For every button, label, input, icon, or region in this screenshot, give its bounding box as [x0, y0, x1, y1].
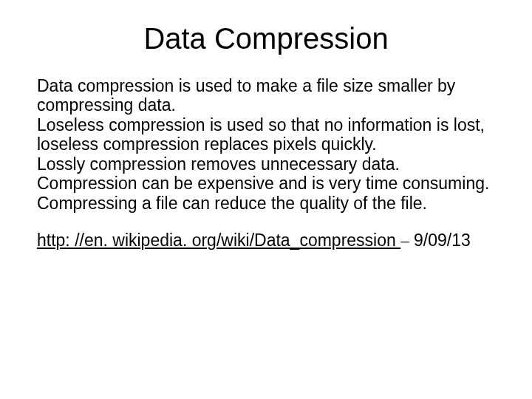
- paragraph-5: Compressing a file can reduce the qualit…: [37, 194, 495, 213]
- paragraph-3: Lossly compression removes unnecessary d…: [37, 154, 495, 174]
- dash: –: [400, 231, 409, 250]
- paragraph-2: Loseless compression is used so that no …: [37, 115, 495, 154]
- slide: Data Compression Data compression is use…: [0, 0, 532, 399]
- spacer: [37, 213, 495, 231]
- paragraph-1: Data compression is used to make a file …: [37, 76, 495, 115]
- source-date: 9/09/13: [409, 231, 471, 250]
- source-line: http: //en. wikipedia. org/wiki/Data_com…: [37, 231, 495, 250]
- paragraph-4: Compression can be expensive and is very…: [37, 174, 495, 193]
- slide-body: Data compression is used to make a file …: [37, 76, 495, 251]
- slide-title: Data Compression: [37, 22, 495, 55]
- source-link[interactable]: http: //en. wikipedia. org/wiki/Data_com…: [37, 231, 400, 250]
